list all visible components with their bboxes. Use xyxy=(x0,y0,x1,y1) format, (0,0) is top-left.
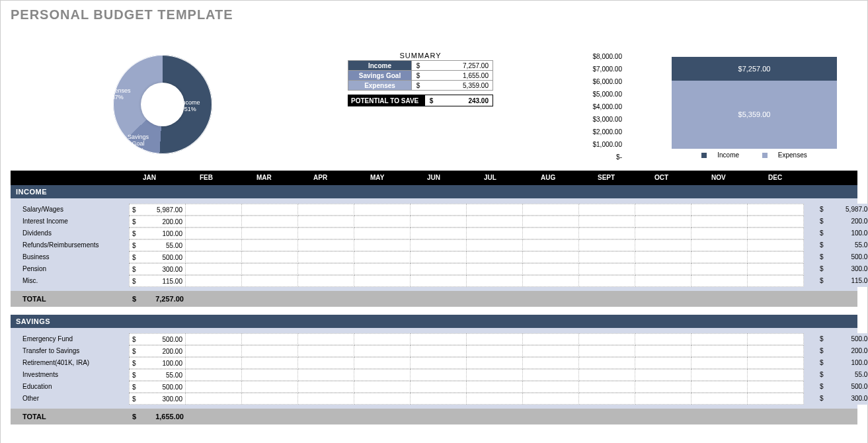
cell[interactable]: $55.00 xyxy=(129,369,186,381)
cell[interactable] xyxy=(241,227,298,239)
cell[interactable] xyxy=(297,393,354,405)
cell[interactable] xyxy=(747,263,804,275)
cell[interactable] xyxy=(185,251,242,263)
cell[interactable] xyxy=(185,357,242,369)
cell[interactable] xyxy=(747,369,804,381)
cell[interactable] xyxy=(354,275,411,287)
cell[interactable] xyxy=(466,204,523,216)
cell[interactable] xyxy=(466,263,523,275)
cell[interactable] xyxy=(466,381,523,393)
cell[interactable]: $300.00 xyxy=(129,263,186,275)
cell[interactable] xyxy=(185,393,242,405)
cell[interactable] xyxy=(747,275,804,287)
cell[interactable] xyxy=(635,204,691,216)
cell[interactable] xyxy=(635,227,691,239)
cell[interactable] xyxy=(635,357,691,369)
cell[interactable] xyxy=(691,216,748,227)
cell[interactable] xyxy=(354,369,411,381)
cell[interactable] xyxy=(691,381,748,393)
cell[interactable] xyxy=(522,239,579,251)
cell[interactable] xyxy=(635,393,691,405)
cell[interactable] xyxy=(241,369,298,381)
cell[interactable] xyxy=(354,204,411,216)
cell[interactable] xyxy=(241,357,298,369)
cell[interactable] xyxy=(297,204,354,216)
cell[interactable]: $5,987.00 xyxy=(129,204,186,216)
cell[interactable] xyxy=(297,227,354,239)
cell[interactable] xyxy=(522,216,579,227)
cell[interactable] xyxy=(522,204,579,216)
cell[interactable] xyxy=(466,357,523,369)
cell[interactable] xyxy=(354,393,411,405)
cell[interactable] xyxy=(354,381,411,393)
cell[interactable] xyxy=(466,345,523,357)
cell[interactable] xyxy=(522,381,579,393)
cell[interactable] xyxy=(747,345,804,357)
cell[interactable] xyxy=(578,369,635,381)
cell[interactable] xyxy=(466,239,523,251)
cell[interactable] xyxy=(410,263,467,275)
cell[interactable] xyxy=(522,251,579,263)
cell[interactable] xyxy=(691,357,748,369)
cell[interactable]: $115.00 xyxy=(129,275,186,287)
cell[interactable] xyxy=(466,216,523,227)
cell[interactable] xyxy=(185,216,242,227)
cell[interactable] xyxy=(241,333,298,345)
cell[interactable] xyxy=(522,345,579,357)
cell[interactable] xyxy=(691,333,748,345)
cell[interactable] xyxy=(410,393,467,405)
cell[interactable] xyxy=(578,263,635,275)
cell[interactable] xyxy=(522,369,579,381)
cell[interactable] xyxy=(241,204,298,216)
cell[interactable] xyxy=(635,345,691,357)
cell[interactable] xyxy=(354,227,411,239)
cell[interactable] xyxy=(410,227,467,239)
cell[interactable] xyxy=(691,239,748,251)
cell[interactable] xyxy=(578,227,635,239)
cell[interactable] xyxy=(578,393,635,405)
cell[interactable]: $500.00 xyxy=(129,251,186,263)
cell[interactable] xyxy=(635,239,691,251)
cell[interactable] xyxy=(410,251,467,263)
cell[interactable] xyxy=(354,263,411,275)
cell[interactable] xyxy=(185,333,242,345)
cell[interactable] xyxy=(578,204,635,216)
cell[interactable] xyxy=(578,251,635,263)
cell[interactable] xyxy=(747,381,804,393)
cell[interactable] xyxy=(635,263,691,275)
cell[interactable] xyxy=(747,216,804,227)
cell[interactable] xyxy=(578,239,635,251)
cell[interactable] xyxy=(410,381,467,393)
cell[interactable] xyxy=(522,275,579,287)
cell[interactable] xyxy=(691,227,748,239)
cell[interactable] xyxy=(185,381,242,393)
cell[interactable] xyxy=(466,393,523,405)
cell[interactable] xyxy=(578,345,635,357)
cell[interactable] xyxy=(241,251,298,263)
cell[interactable] xyxy=(297,275,354,287)
cell[interactable] xyxy=(297,239,354,251)
cell[interactable] xyxy=(747,393,804,405)
cell[interactable] xyxy=(185,263,242,275)
cell[interactable] xyxy=(297,251,354,263)
cell[interactable] xyxy=(354,251,411,263)
cell[interactable] xyxy=(522,357,579,369)
cell[interactable] xyxy=(747,357,804,369)
cell[interactable] xyxy=(635,381,691,393)
cell[interactable] xyxy=(297,381,354,393)
cell[interactable] xyxy=(578,216,635,227)
cell[interactable] xyxy=(635,333,691,345)
cell[interactable] xyxy=(691,251,748,263)
cell[interactable] xyxy=(410,275,467,287)
cell[interactable] xyxy=(522,227,579,239)
cell[interactable] xyxy=(185,369,242,381)
cell[interactable] xyxy=(747,239,804,251)
cell[interactable] xyxy=(635,275,691,287)
cell[interactable] xyxy=(354,357,411,369)
cell[interactable] xyxy=(185,239,242,251)
cell[interactable] xyxy=(241,393,298,405)
cell[interactable] xyxy=(466,275,523,287)
cell[interactable] xyxy=(410,345,467,357)
cell[interactable] xyxy=(578,275,635,287)
cell[interactable]: $500.00 xyxy=(129,333,186,345)
